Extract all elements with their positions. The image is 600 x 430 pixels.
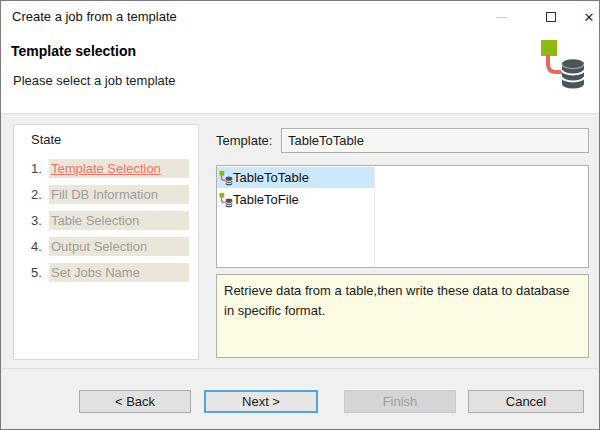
template-list[interactable]: TableToTable TableToFile: [216, 165, 589, 268]
template-mini-icon: [219, 170, 233, 186]
step-number: 5.: [31, 265, 49, 280]
step-label: Table Selection: [51, 213, 139, 228]
step-table-selection: 3. Table Selection: [31, 207, 189, 233]
step-number: 4.: [31, 239, 49, 254]
list-item-label: TableToTable: [233, 170, 309, 185]
step-fill-db-information: 2. Fill DB Information: [31, 181, 189, 207]
template-field-label: Template:: [216, 133, 272, 148]
wizard-footer: < Back Next > Finish Cancel: [1, 368, 599, 429]
template-mini-icon: [219, 192, 233, 208]
step-label: Fill DB Information: [51, 187, 158, 202]
wizard-header: Template selection Please select a job t…: [1, 33, 599, 113]
wizard-content: State 1. Template Selection 2. Fill DB I…: [1, 113, 599, 370]
step-template-selection: 1. Template Selection: [31, 155, 189, 181]
state-panel: State 1. Template Selection 2. Fill DB I…: [13, 124, 199, 360]
step-number: 1.: [31, 161, 49, 176]
step-number: 3.: [31, 213, 49, 228]
list-item-tabletotable[interactable]: TableToTable: [217, 167, 374, 188]
list-item-tabletofile[interactable]: TableToFile: [217, 189, 374, 210]
step-label: Output Selection: [51, 239, 147, 254]
page-title: Template selection: [11, 43, 136, 59]
step-output-selection: 4. Output Selection: [31, 233, 189, 259]
close-icon: ✕: [584, 11, 595, 24]
step-label: Set Jobs Name: [51, 265, 140, 280]
step-label: Template Selection: [51, 161, 161, 176]
minimize-button[interactable]: [485, 7, 517, 27]
list-column-divider: [374, 166, 375, 267]
list-item-label: TableToFile: [233, 192, 299, 207]
step-set-jobs-name: 5. Set Jobs Name: [31, 259, 189, 285]
step-number: 2.: [31, 187, 49, 202]
wizard-dialog: Create a job from a template ✕ Template …: [0, 0, 600, 430]
back-button[interactable]: < Back: [79, 390, 191, 413]
titlebar: Create a job from a template ✕: [1, 1, 599, 33]
maximize-button[interactable]: [535, 7, 567, 27]
window-title: Create a job from a template: [12, 9, 177, 24]
table-to-database-icon: [540, 37, 586, 91]
next-button[interactable]: Next >: [204, 390, 318, 413]
state-panel-title: State: [31, 132, 61, 147]
minimize-icon: [496, 17, 507, 18]
step-list: 1. Template Selection 2. Fill DB Informa…: [31, 155, 189, 285]
page-subtitle: Please select a job template: [13, 73, 176, 88]
template-name-field[interactable]: TableToTable: [281, 128, 589, 153]
template-description: Retrieve data from a table,then write th…: [216, 274, 589, 358]
cancel-button[interactable]: Cancel: [468, 390, 584, 413]
close-button[interactable]: ✕: [573, 7, 600, 27]
maximize-icon: [546, 12, 556, 22]
finish-button: Finish: [344, 390, 456, 413]
